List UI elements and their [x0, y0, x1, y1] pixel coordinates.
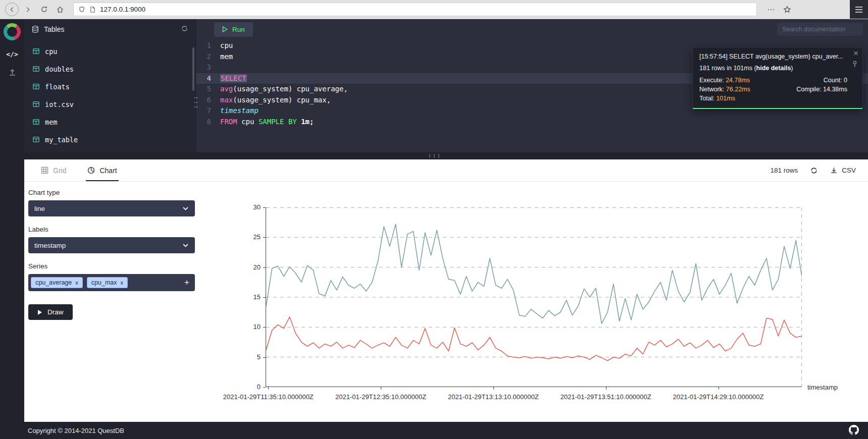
table-icon	[32, 65, 40, 73]
results-tabbar: Grid Chart 181 rows CSV	[24, 159, 868, 182]
forward-icon[interactable]	[21, 3, 35, 17]
notification-summary: 181 rows in 101ms (hide details)	[699, 65, 847, 72]
play-icon	[37, 309, 42, 315]
table-name: floats	[45, 83, 70, 91]
run-button-label: Run	[232, 26, 245, 33]
labels-select[interactable]: timestamp	[28, 237, 195, 253]
console-icon[interactable]: </>	[6, 50, 18, 58]
table-name: cpu	[45, 47, 57, 56]
sidebar-scrollbar[interactable]	[192, 47, 194, 91]
sidebar-item-mem[interactable]: mem	[24, 113, 195, 131]
chevron-down-icon	[182, 243, 189, 248]
import-icon[interactable]	[8, 68, 17, 79]
bookmark-star-icon[interactable]	[780, 3, 794, 17]
search-documentation-input[interactable]	[777, 23, 863, 36]
series-label: Series	[28, 262, 195, 270]
tables-title: Tables	[44, 25, 64, 33]
line-number: 8	[196, 117, 220, 128]
horizontal-splitter-handle[interactable]	[0, 152, 868, 159]
series-chip-cpu_average[interactable]: cpu_averagex	[31, 277, 83, 288]
line-content: max(usage_system) cpu_max,	[220, 95, 331, 106]
series-input[interactable]: cpu_averagexcpu_maxx +	[28, 274, 195, 291]
database-icon	[31, 25, 39, 33]
shield-icon	[78, 6, 85, 13]
url-text: 127.0.0.1:9000	[100, 6, 145, 13]
close-icon[interactable]: ×	[853, 48, 858, 59]
tables-refresh-icon[interactable]	[181, 25, 188, 34]
sidebar-item-iot.csv[interactable]: iot.csv	[24, 95, 195, 113]
line-content: mem	[220, 51, 233, 63]
labels-label: Labels	[28, 226, 195, 233]
menu-hamburger-icon[interactable]	[850, 0, 868, 19]
chevron-down-icon	[182, 206, 189, 211]
line-chart	[266, 207, 801, 387]
notification-details: Execute: 24.78ms Count: 0 Network: 76.22…	[699, 77, 847, 102]
total-time: 101ms	[716, 95, 735, 102]
chart-type-select[interactable]: line	[28, 200, 195, 216]
pin-icon[interactable]	[852, 61, 858, 69]
address-bar[interactable]: 127.0.0.1:9000	[73, 3, 757, 16]
table-name: mem	[45, 118, 57, 126]
row-count: 181 rows	[770, 167, 798, 174]
y-tick-label-20: 20	[240, 263, 261, 271]
page-info-icon	[89, 6, 96, 13]
x-tick-label-2: 2021-01-29T13:13:10.000000Z	[448, 393, 539, 401]
table-name: iot.csv	[45, 100, 74, 108]
x-axis-title: timestamp	[807, 383, 838, 391]
series-chip-label: cpu_average	[35, 279, 72, 286]
y-tick-label-15: 15	[240, 293, 261, 301]
line-content: FROM cpu SAMPLE BY 1m;	[220, 117, 314, 128]
results-refresh-icon[interactable]	[810, 167, 818, 175]
line-content: SELECT	[220, 73, 247, 84]
x-tick-label-1: 2021-01-29T12:35:10.000000Z	[335, 393, 426, 401]
tab-grid[interactable]: Grid	[39, 159, 68, 181]
github-icon[interactable]	[849, 425, 859, 436]
vertical-splitter-handle[interactable]	[194, 96, 198, 111]
add-series-icon[interactable]: +	[184, 278, 189, 288]
table-name: doubles	[45, 65, 74, 73]
overflow-dots-icon[interactable]	[764, 3, 778, 17]
draw-button[interactable]: Draw	[28, 304, 73, 320]
sidebar-item-doubles[interactable]: doubles	[24, 60, 195, 78]
csv-download-button[interactable]: CSV	[830, 167, 856, 174]
tables-list: cpudoublesfloatsiot.csvmemmy_table	[24, 39, 195, 148]
series-chip-cpu_max[interactable]: cpu_maxx	[87, 277, 128, 288]
code-line-8[interactable]: 8FROM cpu SAMPLE BY 1m;	[196, 117, 868, 128]
chart-line-cpu_average	[266, 317, 802, 361]
notification-query-text: [15:57:54] SELECT avg(usage_system) cpu_…	[699, 53, 847, 60]
remove-series-icon[interactable]: x	[121, 280, 124, 286]
chart-type-label: Chart type	[28, 189, 195, 196]
remove-series-icon[interactable]: x	[75, 280, 78, 286]
results-actions: 181 rows CSV	[770, 167, 856, 175]
hide-details-link[interactable]: hide details	[756, 65, 791, 72]
execute-time: 24.78ms	[726, 77, 750, 84]
editor-toolbar: Run	[196, 19, 868, 39]
browser-chrome: 127.0.0.1:9000	[0, 0, 868, 19]
table-icon	[32, 100, 40, 108]
compile-time: Compile: 14.38ms	[796, 86, 847, 93]
line-number: 1	[196, 40, 220, 51]
table-icon	[32, 47, 40, 55]
y-tick-label-10: 10	[240, 323, 261, 331]
back-icon[interactable]	[5, 3, 19, 16]
questdb-logo[interactable]	[4, 23, 21, 40]
run-button[interactable]: Run	[214, 22, 253, 37]
table-icon	[32, 136, 40, 143]
line-number: 5	[196, 84, 220, 95]
line-content: avg(usage_system) cpu_average,	[220, 84, 348, 95]
home-icon[interactable]	[53, 3, 67, 17]
results-panel: Grid Chart 181 rows CSV	[24, 159, 868, 422]
sidebar-item-cpu[interactable]: cpu	[24, 42, 195, 60]
sidebar-item-my_table[interactable]: my_table	[24, 131, 195, 148]
tab-chart[interactable]: Chart	[86, 159, 118, 181]
line-number: 3	[196, 62, 220, 73]
line-content: cpu	[220, 40, 233, 51]
pie-chart-icon	[87, 167, 95, 174]
tables-header: Tables	[24, 19, 195, 39]
y-tick-label-0: 0	[240, 383, 261, 391]
questdb-app: </> Tables cpudoublesfloatsiot.csvmemmy_…	[0, 19, 868, 439]
grid-icon	[41, 167, 48, 174]
sidebar-item-floats[interactable]: floats	[24, 78, 195, 95]
reload-icon[interactable]	[37, 3, 51, 17]
network-time: 76.22ms	[726, 86, 750, 93]
